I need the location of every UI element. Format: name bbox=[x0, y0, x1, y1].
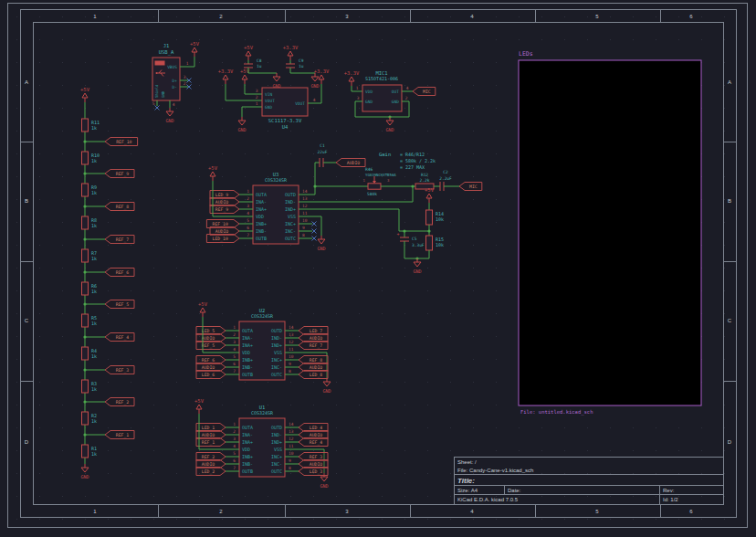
wire[interactable] bbox=[312, 216, 321, 236]
pin-name: OUTD bbox=[285, 192, 296, 197]
global-label-text: AUDIO bbox=[202, 433, 215, 437]
gnd-flag[interactable]: GND bbox=[413, 258, 421, 274]
pin-number: 9 bbox=[289, 458, 291, 463]
trimpot-r46[interactable]: 13 bbox=[363, 176, 390, 189]
pin-number: 14 bbox=[289, 422, 294, 426]
wire[interactable] bbox=[312, 209, 429, 231]
global-label-ref_5[interactable]: REF_5 bbox=[105, 300, 134, 309]
resistor-r3[interactable]: R31k bbox=[82, 380, 98, 393]
pin-number: 2 bbox=[184, 81, 186, 86]
global-label-led_10[interactable]: LED_10 bbox=[206, 235, 239, 243]
global-label-led_6[interactable]: LED_6 bbox=[196, 371, 226, 379]
wire[interactable] bbox=[312, 186, 413, 202]
resistor-r15[interactable]: R1510k bbox=[426, 236, 445, 250]
pin-number: 10 bbox=[289, 451, 294, 456]
resistor-ladder[interactable]: +5VR111kR101kR91kR81kR71kR61kR51kR41kR31… bbox=[80, 87, 138, 479]
global-label-mic[interactable]: MIC bbox=[459, 183, 482, 191]
pin-number: 2 bbox=[247, 196, 249, 201]
global-label-ref_3[interactable]: REF_3 bbox=[105, 366, 134, 374]
global-label-audio[interactable]: AUDIO bbox=[336, 159, 365, 167]
power-flag[interactable]: +5V bbox=[425, 187, 435, 203]
resistor-body bbox=[82, 216, 89, 229]
power-flag[interactable]: +5V bbox=[244, 45, 254, 60]
leds-sheet-body[interactable] bbox=[519, 60, 701, 405]
resistor-r11[interactable]: R111k bbox=[82, 119, 100, 132]
wire[interactable] bbox=[312, 163, 320, 195]
global-label-ref_6[interactable]: REF_6 bbox=[105, 268, 134, 277]
no-connect-icon bbox=[155, 106, 160, 111]
pin-name: OUTB bbox=[256, 236, 267, 241]
opamp-u2[interactable]: U2COS324SR1OUTALED_52INA-AUDIO3INA+REF_5… bbox=[196, 301, 331, 394]
gnd-flag[interactable]: GND bbox=[317, 236, 325, 251]
power-flag[interactable]: +5V bbox=[198, 301, 208, 317]
no-connect-icon bbox=[312, 222, 317, 226]
gnd-label: GND bbox=[317, 246, 325, 251]
power-flag[interactable]: +5V bbox=[194, 398, 205, 414]
global-label-ref_7[interactable]: REF_7 bbox=[299, 342, 328, 350]
bypass-cap-c8[interactable]: +5VC81uGND bbox=[244, 45, 281, 89]
microphone-mic1[interactable]: MIC1S15OT421-006+3.3V1VDDGNDOUTGND32GND4… bbox=[344, 70, 436, 133]
wire[interactable] bbox=[248, 68, 277, 73]
resistor-r10[interactable]: R101k bbox=[82, 152, 100, 164]
pin-name: VDD bbox=[242, 447, 250, 452]
resistor-r2[interactable]: R21k bbox=[82, 412, 98, 425]
gnd-flag[interactable]: GND bbox=[322, 378, 331, 394]
gain-stage[interactable]: C122uFAUDIOGain= R46/R12= 580k / 2.2k= 2… bbox=[312, 143, 482, 274]
global-label-led_2[interactable]: LED_2 bbox=[196, 468, 226, 476]
gnd-flag[interactable]: GND bbox=[80, 464, 89, 479]
gnd-icon bbox=[318, 239, 325, 244]
gnd-flag[interactable]: GND bbox=[237, 117, 246, 132]
global-label-ref_10[interactable]: REF_10 bbox=[105, 138, 138, 146]
usb-connector-j1[interactable]: J1USB_AVBUS1+5VD+3D-2ShieldGND4GND5 bbox=[152, 41, 200, 123]
resistor-r7[interactable]: R71k bbox=[82, 249, 98, 262]
resistor-r6[interactable]: R61k bbox=[82, 282, 98, 295]
global-label-ref_8[interactable]: REF_8 bbox=[105, 203, 134, 211]
global-label-ref_7[interactable]: REF_7 bbox=[105, 236, 134, 244]
bypass-cap-c9[interactable]: +3.3VC91uGND bbox=[283, 45, 320, 89]
power-flag[interactable]: +3.3V bbox=[283, 45, 299, 60]
gnd-icon bbox=[386, 121, 394, 125]
resistor-r1[interactable]: R11k bbox=[82, 445, 98, 458]
power-flag[interactable]: +5V bbox=[208, 165, 218, 181]
leds-sheet[interactable]: LEDsFile: untitled.kicad_sch bbox=[519, 50, 701, 416]
power-flag[interactable]: +5V bbox=[80, 87, 90, 102]
global-label-ref_9[interactable]: REF_9 bbox=[105, 170, 134, 178]
global-label-ref_9[interactable]: REF_9 bbox=[210, 205, 239, 214]
opamp-u1[interactable]: U1COS324SR1OUTALED_12INA-AUDIO3INA+REF_1… bbox=[194, 398, 328, 489]
wire[interactable] bbox=[245, 84, 262, 94]
resistor-r8[interactable]: R81k bbox=[82, 216, 98, 229]
global-label-ref_5[interactable]: REF_5 bbox=[196, 342, 226, 350]
pin-name: INC- bbox=[271, 461, 282, 467]
resistor-r9[interactable]: R91k bbox=[82, 184, 98, 196]
global-label-led_3[interactable]: LED_3 bbox=[299, 468, 328, 476]
resistor-r4[interactable]: R41k bbox=[82, 347, 98, 360]
resistor-r14[interactable]: R1410k bbox=[426, 210, 445, 225]
global-label-text: AUDIO bbox=[310, 462, 323, 467]
row-label: B bbox=[25, 198, 28, 204]
gnd-flag[interactable]: GND bbox=[310, 73, 319, 89]
pin-number: 3 bbox=[233, 437, 236, 441]
global-label-ref_1[interactable]: REF_1 bbox=[105, 431, 134, 439]
schematic-canvas[interactable]: 112233445566AABBCCDDSheet: /File: Candy-… bbox=[0, 0, 756, 537]
pin-number: 6 bbox=[247, 226, 249, 230]
global-label-mic[interactable]: MIC bbox=[413, 88, 436, 96]
resistor-r5[interactable]: R51k bbox=[82, 314, 98, 327]
power-flag[interactable]: +5V bbox=[190, 41, 200, 57]
opamp-ref: U2 bbox=[259, 308, 266, 313]
schematic-drawing[interactable]: 112233445566AABBCCDDSheet: /File: Candy-… bbox=[0, 0, 756, 537]
power-flag[interactable]: +3.3V bbox=[218, 68, 234, 84]
cap-ref: C9 bbox=[299, 58, 304, 63]
gnd-flag[interactable]: GND bbox=[385, 117, 394, 132]
wire[interactable] bbox=[242, 107, 262, 117]
cap-value: 22uF bbox=[318, 150, 328, 154]
opamp-u3[interactable]: U3COS324SR1OUTALED_92INA-AUDIO3INA+REF_9… bbox=[206, 165, 325, 251]
global-label-ref_4[interactable]: REF_4 bbox=[299, 438, 328, 447]
pin-number: 2 bbox=[256, 95, 258, 100]
global-label-ref_1[interactable]: REF_1 bbox=[196, 438, 226, 447]
global-label-led_8[interactable]: LED_8 bbox=[299, 371, 328, 379]
global-label-ref_4[interactable]: REF_4 bbox=[105, 333, 134, 342]
global-label-ref_2[interactable]: REF_2 bbox=[105, 398, 134, 406]
gnd-flag[interactable]: GND bbox=[165, 108, 173, 123]
power-flag[interactable]: +3.3V bbox=[344, 70, 360, 86]
gnd-flag[interactable]: GND bbox=[272, 73, 280, 89]
